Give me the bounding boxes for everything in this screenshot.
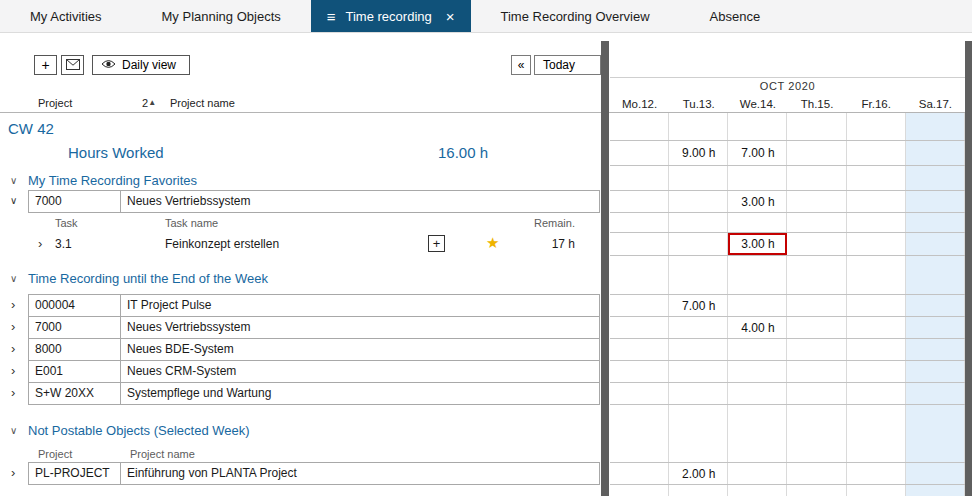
add-button[interactable]: + [34, 55, 57, 75]
project-id-cell[interactable]: 7000 [28, 316, 121, 339]
task-column-header: Task [55, 217, 78, 229]
daily-view-label: Daily view [122, 58, 176, 72]
project-row[interactable]: › S+W 20XX Systempflege und Wartung [0, 382, 965, 405]
project-name-cell[interactable]: Systempflege und Wartung [120, 382, 600, 405]
expand-row-icon[interactable]: › [11, 363, 15, 378]
tab-absence[interactable]: Absence [680, 0, 791, 32]
project-id-cell[interactable]: 000004 [28, 294, 121, 317]
sort-indicator[interactable]: 2▲ [142, 97, 156, 109]
collapse-row-icon[interactable]: ∨ [10, 195, 17, 206]
day-cell[interactable]: 4.00 h [728, 321, 787, 335]
week-recording-rows: › 000004 IT Project Pulse 7.00 h › 7000 … [0, 294, 965, 405]
column-header-project-name[interactable]: Project name [170, 97, 235, 109]
main-content: + Daily view « Today OCT 2020 Mo.12. Tu.… [0, 33, 972, 496]
day-grid-row: 7.00 h [610, 294, 965, 317]
expand-row-icon[interactable]: › [11, 465, 15, 480]
close-tab-icon[interactable]: × [446, 9, 455, 24]
project-id-cell[interactable]: 8000 [28, 338, 121, 361]
tab-label: My Planning Objects [162, 9, 281, 24]
column-header-project[interactable]: Project [38, 97, 72, 109]
day-grid-row: 3.00 h [610, 232, 965, 256]
hamburger-menu-icon[interactable]: ≡ [327, 9, 336, 24]
project-row[interactable]: › 000004 IT Project Pulse 7.00 h [0, 294, 965, 317]
collapse-section-icon[interactable]: ∨ [10, 175, 17, 186]
day-cell[interactable]: 3.00 h [728, 195, 787, 209]
favorites-rows: ∨ 7000 Neues Vertriebssystem 3.00 h [0, 190, 965, 213]
day-header: Sa.17. [906, 95, 965, 113]
tab-time-recording-overview[interactable]: Time Recording Overview [471, 0, 680, 32]
project-row[interactable]: › PL-PROJECT Einführung von PLANTA Proje… [0, 462, 965, 485]
eye-icon [101, 58, 116, 72]
day-cell[interactable]: 9.00 h [669, 146, 728, 160]
task-name-column-header: Task name [165, 217, 218, 229]
project-row[interactable]: › 8000 Neues BDE-System [0, 338, 965, 361]
remain-column-header: Remain. [500, 217, 575, 229]
project-id-cell[interactable]: E001 [28, 360, 121, 383]
add-booking-button[interactable]: + [428, 235, 445, 252]
project-name-cell[interactable]: Neues Vertriebssystem [120, 190, 600, 213]
daily-view-button[interactable]: Daily view [92, 55, 190, 75]
section-favorites-header[interactable]: ∨ My Time Recording Favorites [0, 173, 600, 189]
expand-row-icon[interactable]: › [11, 385, 15, 400]
project-row[interactable]: ∨ 7000 Neues Vertriebssystem 3.00 h [0, 190, 965, 213]
panel-splitter[interactable] [601, 41, 609, 496]
tab-label: My Activities [30, 9, 102, 24]
project-name-cell[interactable]: IT Project Pulse [120, 294, 600, 317]
project-row[interactable]: › E001 Neues CRM-System [0, 360, 965, 383]
expand-task-icon[interactable]: › [38, 236, 42, 251]
previous-period-button[interactable]: « [511, 55, 531, 75]
day-header: Mo.12. [610, 95, 669, 113]
section-not-postable-header[interactable]: ∨ Not Postable Objects (Selected Week) [0, 423, 600, 439]
tab-time-recording[interactable]: ≡ Time recording × [311, 0, 471, 32]
project-name-cell[interactable]: Neues BDE-System [120, 338, 600, 361]
hours-worked-day-row: 9.00 h 7.00 h [610, 140, 965, 166]
task-rows: › 3.1 Feinkonzept erstellen + ★ 17 h 3.0… [0, 232, 965, 256]
project-row[interactable]: › 7000 Neues Vertriebssystem 4.00 h [0, 316, 965, 339]
project-name-column-subheader: Project name [130, 448, 195, 460]
project-id-cell[interactable]: PL-PROJECT [28, 462, 121, 485]
tab-bar: My Activities My Planning Objects ≡ Time… [0, 0, 972, 33]
task-id: 3.1 [55, 237, 72, 251]
tab-my-planning-objects[interactable]: My Planning Objects [132, 0, 311, 32]
collapse-section-icon[interactable]: ∨ [10, 273, 17, 284]
task-row[interactable]: › 3.1 Feinkonzept erstellen + ★ 17 h 3.0… [0, 232, 965, 256]
expand-row-icon[interactable]: › [11, 319, 15, 334]
day-header: Fr.16. [847, 95, 906, 113]
calendar-header-divider [610, 77, 965, 78]
section-week-recording-header[interactable]: ∨ Time Recording until the End of the We… [0, 271, 600, 287]
tab-label: Time recording [346, 9, 432, 24]
day-cell[interactable]: 7.00 h [728, 146, 787, 160]
vertical-scrollbar[interactable] [965, 41, 972, 496]
tab-my-activities[interactable]: My Activities [0, 0, 132, 32]
day-grid-row [610, 338, 965, 361]
collapse-section-icon[interactable]: ∨ [10, 425, 17, 436]
month-label: OCT 2020 [610, 80, 965, 92]
day-header: Tu.13. [669, 95, 728, 113]
day-header: We.14. [728, 95, 787, 113]
day-cell[interactable]: 7.00 h [669, 299, 728, 313]
project-column-subheader: Project [38, 448, 72, 460]
day-cell-highlighted[interactable]: 3.00 h [728, 233, 787, 255]
hours-worked-total: 16.00 h [438, 144, 488, 161]
expand-row-icon[interactable]: › [11, 341, 15, 356]
project-id-cell[interactable]: S+W 20XX [28, 382, 121, 405]
section-title: Not Postable Objects (Selected Week) [28, 423, 250, 438]
remaining-hours-value: 17 h [500, 237, 575, 251]
favorite-star-icon[interactable]: ★ [486, 234, 499, 252]
project-name-cell[interactable]: Neues Vertriebssystem [120, 316, 600, 339]
project-id-cell[interactable]: 7000 [28, 190, 121, 213]
project-name-cell[interactable]: Einführung von PLANTA Project [120, 462, 600, 485]
task-name: Feinkonzept erstellen [165, 237, 279, 251]
today-button[interactable]: Today [534, 55, 601, 75]
day-cell[interactable]: 2.00 h [669, 467, 728, 481]
day-grid-row: 4.00 h [610, 316, 965, 339]
calendar-week-label: CW 42 [8, 120, 54, 137]
hours-worked-label: Hours Worked [68, 144, 164, 161]
section-title: My Time Recording Favorites [28, 173, 197, 188]
tab-label: Absence [710, 9, 761, 24]
application-window: My Activities My Planning Objects ≡ Time… [0, 0, 972, 496]
mail-button[interactable] [61, 55, 84, 75]
expand-row-icon[interactable]: › [11, 297, 15, 312]
day-grid-row [610, 360, 965, 383]
project-name-cell[interactable]: Neues CRM-System [120, 360, 600, 383]
